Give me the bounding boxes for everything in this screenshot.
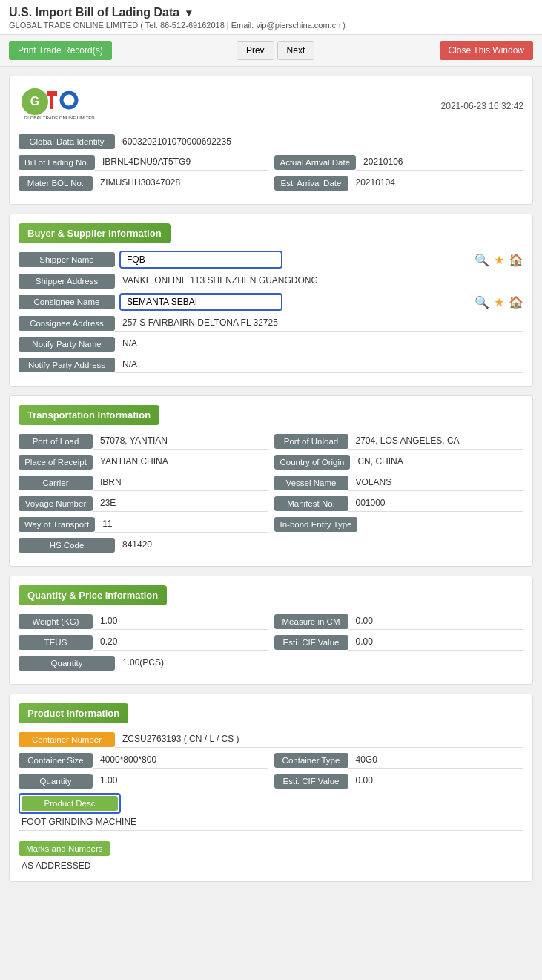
way-transport-col: Way of Transport 11 [19, 516, 268, 533]
way-transport-value: 11 [95, 516, 268, 533]
star-icon[interactable]: ★ [494, 253, 504, 267]
next-button[interactable]: Next [277, 41, 315, 60]
product-qty-col: Quantity 1.00 [19, 772, 268, 789]
consignee-address-value: 257 S FAIRBAIRN DELTONA FL 32725 [115, 315, 523, 332]
container-size-col: Container Size 4000*800*800 [19, 752, 268, 769]
teus-value: 0.20 [93, 634, 268, 651]
card-header: G GLOBAL TRADE ONLINE LIMITED 2021-06-23… [19, 85, 523, 126]
esti-cif-value: 0.00 [348, 634, 524, 651]
voyage-col: Voyage Number 23E [19, 495, 268, 512]
quantity-row: Quantity 1.00(PCS) [19, 654, 523, 671]
quantity-label: Quantity [19, 656, 115, 671]
product-section: Product Information Container Number ZCS… [9, 694, 533, 882]
quantity-price-section: Quantity & Price Information Weight (KG)… [9, 576, 533, 685]
product-qty-value: 1.00 [93, 772, 268, 789]
notify-party-address-value: N/A [115, 356, 523, 373]
container-number-label: Container Number [19, 732, 115, 747]
title-arrow[interactable]: ▾ [186, 7, 191, 19]
search-icon[interactable]: 🔍 [475, 253, 489, 267]
shipper-actions: 🔍 ★ 🏠 [475, 253, 523, 267]
notify-party-name-label: Notify Party Name [19, 337, 115, 352]
print-button[interactable]: Print Trade Record(s) [9, 41, 112, 60]
consignee-name-row: Consignee Name 🔍 ★ 🏠 [19, 293, 523, 311]
prev-button[interactable]: Prev [237, 41, 274, 60]
notify-party-address-row: Notify Party Address N/A [19, 356, 523, 373]
global-id-row: Global Data Identity 6003202101070000692… [19, 134, 523, 150]
weight-measure-row: Weight (KG) 1.00 Measure in CM 0.00 [19, 613, 523, 630]
master-bol-col: Mater BOL No. ZIMUSHH30347028 [19, 174, 268, 191]
nav-buttons: Prev Next [118, 41, 434, 60]
actual-arrival-label: Actual Arrival Date [274, 155, 357, 170]
bol-row: Bill of Lading No. IBRNL4DNU9AT5TG9 Actu… [19, 154, 523, 171]
top-bar: U.S. Import Bill of Lading Data ▾ GLOBAL… [0, 0, 542, 35]
consignee-address-label: Consignee Address [19, 316, 115, 331]
port-unload-label: Port of Unload [274, 434, 348, 449]
inbond-col: In-bond Entry Type [274, 516, 524, 533]
transportation-section: Transportation Information Port of Load … [9, 395, 533, 567]
carrier-label: Carrier [19, 476, 93, 490]
consignee-name-input[interactable] [119, 293, 282, 311]
esti-cif-label: Esti. CIF Value [274, 635, 348, 650]
product-qty-label: Quantity [19, 774, 93, 789]
svg-rect-2 [47, 91, 57, 96]
place-receipt-value: YANTIAN,CHINA [93, 453, 268, 470]
bol-no-col: Bill of Lading No. IBRNL4DNU9AT5TG9 [19, 154, 268, 171]
marks-label: Marks and Numbers [19, 841, 110, 856]
esti-arrival-col: Esti Arrival Date 20210104 [274, 174, 524, 191]
product-cif-value: 0.00 [348, 772, 524, 789]
master-bol-value: ZIMUSHH30347028 [93, 174, 268, 191]
product-cif-label: Esti. CIF Value [274, 774, 348, 789]
transport-inbond-row: Way of Transport 11 In-bond Entry Type [19, 516, 523, 533]
consignee-address-row: Consignee Address 257 S FAIRBAIRN DELTON… [19, 315, 523, 332]
consignee-name-label: Consignee Name [19, 295, 115, 309]
shipper-name-row: Shipper Name 🔍 ★ 🏠 [19, 251, 523, 269]
port-unload-value: 2704, LOS ANGELES, CA [348, 433, 524, 450]
container-type-col: Container Type 40G0 [274, 752, 524, 769]
hs-code-value: 841420 [115, 536, 523, 553]
place-receipt-label: Place of Receipt [19, 455, 93, 470]
shipper-name-input[interactable] [119, 251, 282, 269]
esti-arrival-value: 20210104 [348, 174, 524, 191]
product-desc-label: Product Desc [22, 796, 118, 811]
vessel-value: VOLANS [348, 474, 524, 491]
consignee-home-icon[interactable]: 🏠 [509, 295, 523, 309]
master-bol-label: Mater BOL No. [19, 176, 93, 191]
inbond-value [357, 521, 523, 527]
port-unload-col: Port of Unload 2704, LOS ANGELES, CA [274, 433, 524, 450]
actual-arrival-value: 20210106 [356, 154, 523, 171]
voyage-manifest-row: Voyage Number 23E Manifest No. 001000 [19, 495, 523, 512]
svg-point-4 [62, 93, 76, 108]
voyage-label: Voyage Number [19, 496, 93, 511]
inbond-label: In-bond Entry Type [274, 517, 358, 532]
quantity-price-header: Quantity & Price Information [19, 585, 167, 605]
logo-area: G GLOBAL TRADE ONLINE LIMITED [19, 85, 100, 126]
title-text: U.S. Import Bill of Lading Data [9, 6, 179, 19]
shipper-name-label: Shipper Name [19, 252, 115, 267]
logo-card: G GLOBAL TRADE ONLINE LIMITED 2021-06-23… [9, 76, 533, 205]
home-icon[interactable]: 🏠 [509, 253, 523, 267]
bol-no-label: Bill of Lading No. [19, 155, 95, 170]
manifest-col: Manifest No. 001000 [274, 495, 524, 512]
main-content: G GLOBAL TRADE ONLINE LIMITED 2021-06-23… [0, 67, 542, 900]
esti-arrival-label: Esti Arrival Date [274, 176, 348, 191]
quantity-value: 1.00(PCS) [115, 654, 523, 671]
weight-label: Weight (KG) [19, 614, 93, 629]
port-load-value: 57078, YANTIAN [93, 433, 268, 450]
carrier-col: Carrier IBRN [19, 474, 268, 491]
port-load-col: Port of Load 57078, YANTIAN [19, 433, 268, 450]
teus-cif-row: TEUS 0.20 Esti. CIF Value 0.00 [19, 634, 523, 651]
container-size-label: Container Size [19, 753, 93, 768]
product-desc-box: Product Desc FOOT GRINDING MACHINE [19, 793, 523, 831]
notify-party-address-label: Notify Party Address [19, 358, 115, 372]
master-bol-row: Mater BOL No. ZIMUSHH30347028 Esti Arriv… [19, 174, 523, 191]
global-id-value: 6003202101070000692235 [115, 134, 239, 150]
weight-col: Weight (KG) 1.00 [19, 613, 268, 630]
country-origin-label: Country of Origin [274, 455, 351, 470]
toolbar: Print Trade Record(s) Prev Next Close Th… [0, 35, 542, 67]
consignee-star-icon[interactable]: ★ [494, 295, 504, 309]
teus-label: TEUS [19, 635, 93, 650]
consignee-search-icon[interactable]: 🔍 [475, 295, 489, 309]
close-button[interactable]: Close This Window [440, 41, 533, 60]
marks-value: AS ADDRESSED [19, 859, 523, 872]
bol-no-value: IBRNL4DNU9AT5TG9 [95, 154, 268, 171]
